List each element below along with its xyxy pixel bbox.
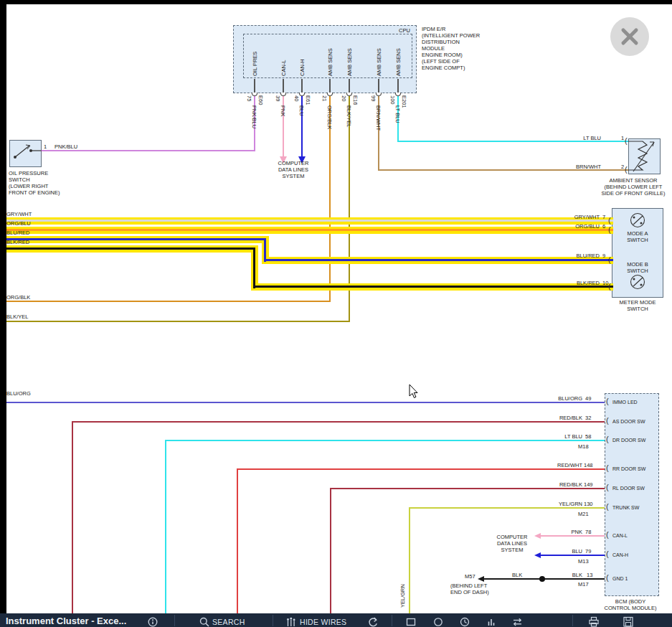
wire-blu-79[interactable] [541, 555, 605, 556]
wire-blk-gnd[interactable] [541, 578, 605, 580]
wire-blkred[interactable] [6, 248, 255, 250]
wire-color-label: BRN/WHT [567, 164, 601, 170]
print-icon[interactable] [588, 616, 600, 627]
wire-blkyel-horizontal[interactable] [6, 321, 350, 322]
pin-stub [349, 79, 350, 93]
chart-bars-icon[interactable] [486, 617, 496, 627]
pin-bracket: ( [606, 574, 609, 581]
fit-screen-icon[interactable] [406, 617, 416, 627]
diagram-title[interactable]: Instrument Cluster - Exce... [6, 616, 126, 626]
circle-tool-icon[interactable] [433, 617, 443, 627]
hide-wires-button[interactable]: HIDE WIRES [300, 618, 346, 626]
wire-pnkblu-horizontal[interactable] [41, 150, 255, 151]
close-button[interactable] [610, 17, 649, 56]
oil-pressure-switch-symbol [9, 140, 42, 167]
wire-ltblu-58[interactable] [165, 440, 166, 613]
wire-color-label: BLU [545, 548, 582, 555]
ipdm-pin-label: AMB SENS [346, 48, 353, 76]
wire-ltblu-58[interactable] [165, 440, 605, 441]
wire-orgblk-horizontal[interactable] [6, 301, 331, 302]
junction-dot [539, 576, 545, 582]
swap-arrows-icon[interactable] [512, 617, 523, 627]
save-icon[interactable] [623, 616, 634, 627]
toolbar-separator [174, 615, 175, 626]
wire-blkred[interactable] [253, 286, 613, 288]
wire-redblk-149[interactable] [330, 488, 331, 613]
wire-color-label: BLU/RED [565, 253, 600, 259]
wire-redblk-149[interactable] [330, 488, 605, 489]
search-icon[interactable] [199, 617, 209, 627]
pin-number: 100 [389, 95, 396, 105]
bcm-pin-name: CAN-L [612, 532, 628, 539]
bcm-pin-name: RL DOOR SW [612, 485, 645, 491]
pin-bracket: ( [625, 137, 628, 144]
connector-id: E61 [305, 95, 311, 105]
undo-icon[interactable] [367, 616, 378, 627]
wire-redwht-148[interactable] [237, 468, 238, 613]
wire-color-label: PNK/BLU [55, 143, 77, 150]
meter-mode-switch-label: METER MODE SWITCH [614, 299, 661, 312]
oil-switch-label: OIL PRESSURE SWITCH (LOWER RIGHT FRONT O… [9, 170, 60, 196]
wire-yelgrn-130[interactable] [409, 507, 605, 509]
wire-bluorg[interactable] [6, 402, 605, 403]
pin-number: 148 [584, 462, 593, 468]
pin-bracket: ( [606, 435, 609, 443]
wire-grywht[interactable] [6, 220, 613, 222]
pin-number: 75 [246, 95, 252, 101]
arrow-left-pnk [534, 533, 541, 539]
ambient-sensor-symbol [628, 138, 661, 174]
pin-number: 6 [602, 223, 605, 230]
search-button[interactable]: SEARCH [212, 618, 245, 626]
wire-color-label: ORG/BLU [565, 223, 600, 230]
hide-wires-icon[interactable] [285, 617, 296, 627]
connector-id: M18 [578, 443, 589, 450]
ground-connector-label: M57 [465, 573, 475, 580]
pin-number: 1 [44, 143, 47, 150]
mode-a-switch-label: MODE A SWITCH [623, 230, 653, 243]
pin-number: 58 [585, 433, 591, 440]
wire-color-label: YEL/GRN [545, 501, 582, 507]
pin-connector [346, 93, 352, 96]
pin-stub [397, 79, 399, 93]
diagram-viewer: ( ( ( ( ( ( ( ( ( ( ( ( ( ( ( CPU IPDM E… [0, 0, 672, 627]
wire-color-label: BLK/YEL [6, 314, 28, 320]
pin-number: 32 [585, 415, 591, 421]
pin-number: 2 [621, 164, 624, 170]
wire-yelgrn-130[interactable] [409, 507, 410, 613]
bcm-pin-name: CAN-H [612, 552, 628, 558]
wire-color-label: BLU [298, 105, 305, 116]
wire-color-label: BLK [512, 572, 522, 578]
wire-blured[interactable] [264, 259, 613, 261]
pin-bracket: ( [608, 226, 611, 233]
wire-redwht-148[interactable] [237, 468, 605, 470]
bcm-pin-name: IMMO LED [612, 399, 638, 405]
pin-number: 7 [602, 214, 605, 220]
meter-mode-switch-symbols [612, 208, 663, 298]
wire-blkred[interactable] [253, 248, 255, 288]
wire-blk-gnd[interactable] [484, 578, 542, 580]
wire-blu-vertical[interactable] [301, 93, 303, 156]
pin-bracket: ( [606, 464, 609, 471]
wire-orgblu[interactable] [6, 229, 613, 231]
pin-bracket: ( [606, 417, 609, 424]
wire-redblk-32[interactable] [72, 421, 73, 613]
wire-pnk-78[interactable] [541, 535, 605, 537]
wire-color-label: LT BLU [545, 433, 582, 440]
ipdm-pin-label: AMB SENS [395, 48, 402, 76]
bcm-pin-name: TRUNK SW [612, 504, 639, 511]
wire-color-label: BRN/WHT [375, 105, 382, 131]
bcm-label: BCM (BODY CONTROL MODULE) [601, 598, 660, 611]
wire-redblk-32[interactable] [72, 421, 605, 423]
wire-color-label: RED/BLK [545, 481, 582, 488]
info-icon[interactable] [148, 617, 158, 627]
wire-color-label: PNK [280, 105, 286, 116]
wire-color-label: PNK [545, 529, 582, 535]
wire-color-label: GRY/WHT [6, 211, 32, 217]
history-icon[interactable] [460, 617, 470, 627]
pin-number: 39 [275, 95, 281, 101]
wire-pnk-vertical[interactable] [283, 93, 284, 156]
wire-blured[interactable] [6, 238, 266, 240]
left-frame-bar [0, 0, 6, 627]
wire-color-label: PNK/BLU [251, 105, 257, 128]
toolbar-separator [273, 615, 273, 626]
